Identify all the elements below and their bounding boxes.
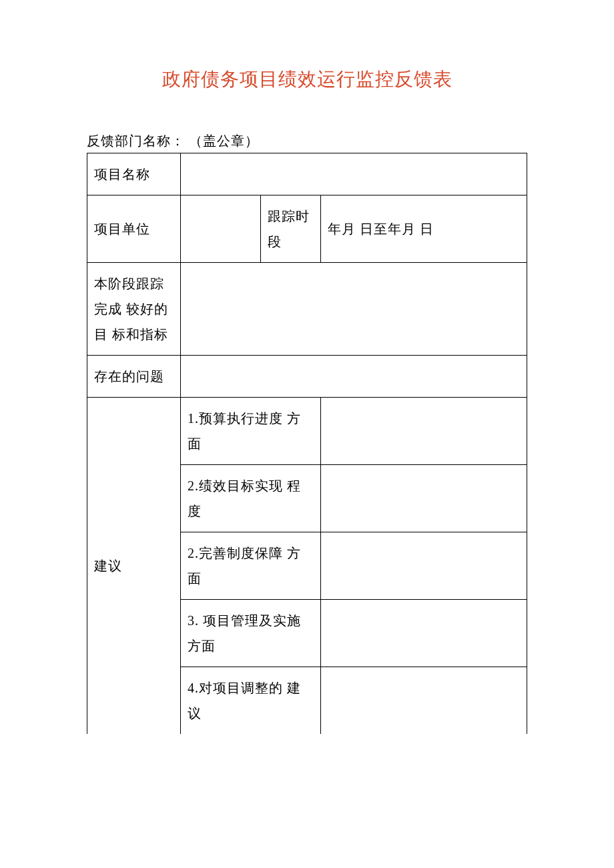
suggestion-5-label: 4.对项目调整的 建议 — [181, 667, 321, 735]
suggestion-3-value — [321, 532, 527, 600]
good-targets-label: 本阶段跟踪完成 较好的目 标和指标 — [87, 263, 181, 356]
suggestion-1-label: 1.预算执行进度 方面 — [181, 398, 321, 465]
table-row: 存在的问题 — [87, 356, 527, 398]
problems-value — [181, 356, 527, 398]
suggestion-label: 建议 — [87, 398, 181, 735]
table-row: 建议 1.预算执行进度 方面 — [87, 398, 527, 465]
page-title: 政府债务项目绩效运行监控反馈表 — [87, 67, 527, 92]
table-row: 项目单位 跟踪时段 年月 日至年月 日 — [87, 195, 527, 263]
suggestion-2-value — [321, 465, 527, 532]
suggestion-4-value — [321, 600, 527, 667]
department-label: 反馈部门名称： （盖公章） — [87, 132, 527, 150]
project-unit-label: 项目单位 — [87, 195, 181, 263]
table-row: 项目名称 — [87, 153, 527, 195]
track-period-value: 年月 日至年月 日 — [321, 195, 527, 263]
feedback-table: 项目名称 项目单位 跟踪时段 年月 日至年月 日 本阶段跟踪完成 较好的目 标和… — [87, 153, 527, 734]
suggestion-4-label: 3. 项目管理及实施方面 — [181, 600, 321, 667]
project-name-label: 项目名称 — [87, 153, 181, 195]
project-name-value — [181, 153, 527, 195]
good-targets-value — [181, 263, 527, 356]
project-unit-value — [181, 195, 261, 263]
track-period-label: 跟踪时段 — [261, 195, 321, 263]
suggestion-1-value — [321, 398, 527, 465]
problems-label: 存在的问题 — [87, 356, 181, 398]
suggestion-2-label: 2.绩效目标实现 程度 — [181, 465, 321, 532]
suggestion-3-label: 2.完善制度保障 方面 — [181, 532, 321, 600]
suggestion-5-value — [321, 667, 527, 735]
table-row: 本阶段跟踪完成 较好的目 标和指标 — [87, 263, 527, 356]
